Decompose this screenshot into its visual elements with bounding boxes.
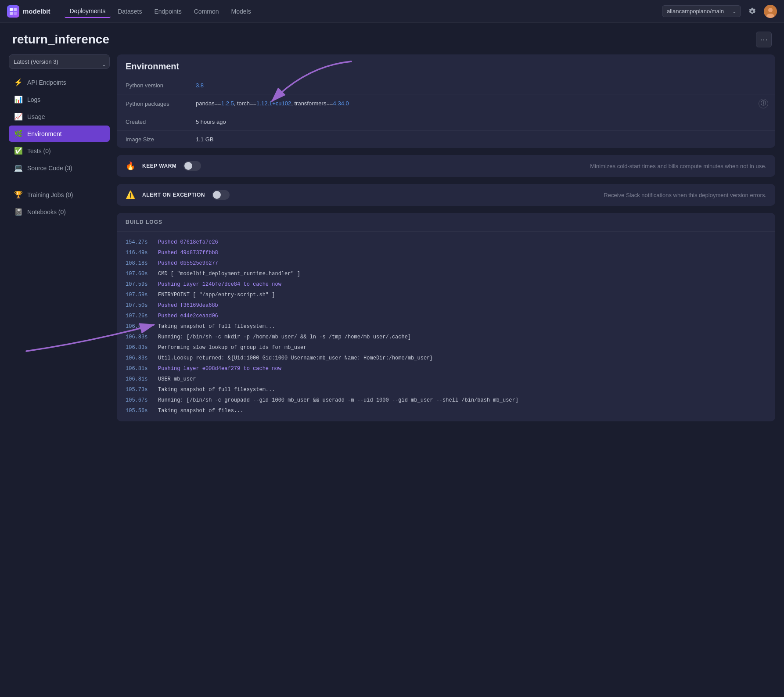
log-message: Taking snapshot of files...: [158, 407, 243, 415]
log-time: 106.81s: [126, 375, 151, 383]
workspace-selector[interactable]: allancampopiano/main: [662, 5, 741, 17]
sidebar-nav: ⚡ API Endpoints 📊 Logs 📈 Usage 🌿 Environ…: [9, 74, 110, 220]
log-time: 108.18s: [126, 259, 151, 267]
logo-icon: [7, 5, 19, 18]
log-message: Pushed f36169dea68b: [158, 302, 218, 309]
log-row: 106.83sPerforming slow lookup of group i…: [117, 342, 775, 353]
sidebar-label-tests: Tests (0): [27, 147, 51, 154]
pkg-transformers-sep: , transformers==: [291, 100, 333, 107]
more-options-button[interactable]: ⋯: [756, 32, 772, 47]
python-version-row: Python version 3.8: [117, 77, 775, 94]
environment-card-header: Environment: [117, 54, 775, 77]
python-version-value: 3.8: [187, 77, 775, 94]
lightning-icon: ⚡: [14, 78, 23, 86]
sidebar-item-usage[interactable]: 📈 Usage: [9, 108, 110, 125]
sidebar-label-source-code: Source Code (3): [27, 165, 72, 172]
log-row: 106.83sTaking snapshot of full filesyste…: [117, 321, 775, 332]
logo-text: modelbit: [23, 7, 50, 15]
build-logs-body: 154.27sPushed 07618efa7e26116.49sPushed …: [117, 232, 775, 421]
nav-datasets[interactable]: Datasets: [112, 5, 147, 18]
sidebar-item-source-code[interactable]: 💻 Source Code (3): [9, 160, 110, 176]
sidebar-item-notebooks[interactable]: 📓 Notebooks (0): [9, 204, 110, 220]
nav-common[interactable]: Common: [189, 5, 224, 18]
log-time: 105.67s: [126, 396, 151, 404]
log-time: 105.56s: [126, 407, 151, 415]
pkg-pandas-name: pandas==: [196, 100, 221, 107]
keep-warm-toggle[interactable]: [183, 161, 201, 171]
alert-exception-card: ⚠️ ALERT ON EXCEPTION Receive Slack noti…: [117, 184, 775, 206]
logs-icon: 📊: [14, 95, 23, 104]
nav-items: Deployments Datasets Endpoints Common Mo…: [65, 5, 256, 18]
page-title: return_inference: [12, 32, 109, 47]
log-message: CMD [ "modelbit_deployment_runtime.handl…: [158, 270, 300, 278]
avatar[interactable]: [764, 5, 777, 18]
log-row: 107.26sPushed e44e2ceaad06: [117, 311, 775, 321]
nav-endpoints[interactable]: Endpoints: [149, 5, 187, 18]
log-row: 107.59sENTRYPOINT [ "/app/entry-script.s…: [117, 290, 775, 300]
log-message: USER mb_user: [158, 375, 196, 383]
created-value: 5 hours ago: [187, 113, 775, 131]
sidebar-item-environment[interactable]: 🌿 Environment: [9, 126, 110, 142]
keep-warm-label: KEEP WARM: [142, 163, 176, 169]
log-message: ENTRYPOINT [ "/app/entry-script.sh" ]: [158, 291, 275, 299]
svg-rect-2: [10, 12, 13, 15]
alert-exception-toggle[interactable]: [212, 190, 230, 200]
settings-button[interactable]: [746, 5, 759, 18]
image-size-row: Image Size 1.1 GB: [117, 131, 775, 148]
log-time: 106.83s: [126, 333, 151, 341]
nav-deployments[interactable]: Deployments: [65, 5, 111, 18]
log-row: 105.73sTaking snapshot of full filesyste…: [117, 384, 775, 395]
sidebar-item-tests[interactable]: ✅ Tests (0): [9, 143, 110, 159]
log-time: 154.27s: [126, 238, 151, 246]
pkg-transformers-version: 4.34.0: [333, 100, 349, 107]
packages-info-button[interactable]: ⓘ: [759, 99, 768, 108]
svg-rect-0: [10, 8, 13, 11]
log-message: Running: [/bin/sh -c groupadd --gid 1000…: [158, 396, 518, 404]
sidebar-item-api-endpoints[interactable]: ⚡ API Endpoints: [9, 74, 110, 90]
python-version-label: Python version: [117, 77, 187, 94]
main-layout: Latest (Version 3) ⚡ API Endpoints 📊 Log…: [0, 54, 784, 430]
environment-card: Environment Python version 3.8 Python pa…: [117, 54, 775, 148]
build-logs-card: BUILD LOGS 154.27sPushed 07618efa7e26116…: [117, 213, 775, 421]
pkg-torch-version: 1.12.1+cu102: [256, 100, 291, 107]
image-size-label: Image Size: [117, 131, 187, 148]
log-time: 106.83s: [126, 344, 151, 352]
log-row: 106.81sPushing layer e008d4eaf279 to cac…: [117, 363, 775, 374]
log-message: Taking snapshot of full filesystem...: [158, 386, 275, 394]
log-time: 107.59s: [126, 291, 151, 299]
log-message: Running: [/bin/sh -c mkdir -p /home/mb_u…: [158, 333, 411, 341]
log-time: 106.83s: [126, 323, 151, 331]
alert-exception-label: ALERT ON EXCEPTION: [142, 192, 205, 198]
version-selector-wrapper: Latest (Version 3): [9, 54, 110, 74]
alert-exception-icon: ⚠️: [126, 190, 135, 200]
nav-models[interactable]: Models: [226, 5, 256, 18]
sidebar: Latest (Version 3) ⚡ API Endpoints 📊 Log…: [9, 54, 110, 421]
pkg-torch-sep: , torch==: [234, 100, 256, 107]
training-icon: 🏆: [14, 190, 23, 199]
notebooks-icon: 📓: [14, 208, 23, 216]
log-message: Pushed 49d8737ffbb8: [158, 249, 218, 257]
sidebar-item-training-jobs[interactable]: 🏆 Training Jobs (0): [9, 187, 110, 203]
log-message: Pushing layer 124bfe7dce84 to cache now: [158, 280, 281, 288]
image-size-value: 1.1 GB: [187, 131, 775, 148]
workspace-selector-wrapper: allancampopiano/main: [662, 5, 741, 17]
source-code-icon: 💻: [14, 164, 23, 172]
version-selector[interactable]: Latest (Version 3): [9, 54, 110, 69]
usage-icon: 📈: [14, 112, 23, 121]
page-header: return_inference ⋯: [0, 23, 784, 54]
keep-warm-card: 🔥 KEEP WARM Minimizes cold-start times a…: [117, 155, 775, 177]
log-message: Pushed e44e2ceaad06: [158, 312, 218, 320]
created-label: Created: [117, 113, 187, 131]
log-message: Pushing layer e008d4eaf279 to cache now: [158, 365, 281, 373]
log-time: 105.73s: [126, 386, 151, 394]
sidebar-label-notebooks: Notebooks (0): [27, 208, 66, 216]
logo: modelbit: [7, 5, 50, 18]
svg-rect-3: [14, 12, 17, 15]
svg-point-5: [768, 8, 773, 12]
log-row: 108.18sPushed 0b5525e9b277: [117, 258, 775, 269]
sidebar-item-logs[interactable]: 📊 Logs: [9, 91, 110, 108]
log-row: 107.50sPushed f36169dea68b: [117, 300, 775, 311]
top-navigation: modelbit Deployments Datasets Endpoints …: [0, 0, 784, 23]
keep-warm-description: Minimizes cold-start times and bills com…: [208, 163, 766, 169]
log-row: 106.83sUtil.Lookup returned: &{Uid:1000 …: [117, 353, 775, 363]
